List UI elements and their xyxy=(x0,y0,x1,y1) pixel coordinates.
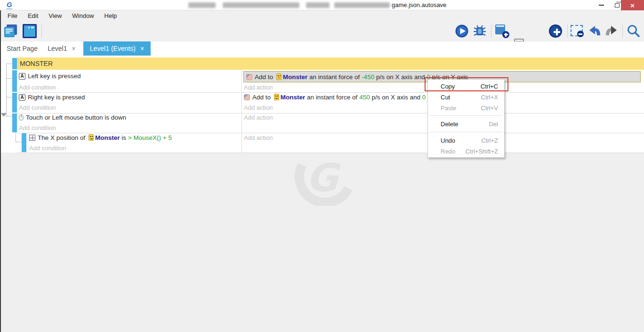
subevent-condition[interactable]: The X position of Monster is > MouseX() … xyxy=(29,134,172,141)
text-segment: Monster xyxy=(281,94,306,101)
condition[interactable]: A Left key is pressed xyxy=(19,73,81,80)
condition-action-divider xyxy=(242,70,242,153)
text-segment: p/s on X axis and xyxy=(370,94,422,101)
tree-line xyxy=(6,78,12,79)
gdevelop-window: G game.json.autosave × File Edit View Wi… xyxy=(0,0,644,332)
event-color-bar xyxy=(12,113,17,132)
toolbar-separator xyxy=(41,24,42,38)
menu-edit[interactable]: Edit xyxy=(23,11,43,20)
text-segment: p/s on X axis and xyxy=(374,73,427,81)
gdevelop-logo-icon: G xyxy=(7,0,12,9)
add-action-link[interactable]: Add action xyxy=(244,84,273,91)
mouse-icon xyxy=(19,114,24,121)
tab-level1-events[interactable]: Level1 (Events) × xyxy=(83,41,151,56)
menu-separator xyxy=(429,115,503,116)
keyboard-key-icon: A xyxy=(19,94,25,101)
menu-shortcut: Ctrl+Shift+Z xyxy=(466,148,498,155)
event-color-bar xyxy=(12,70,17,92)
tab-label: Level1 (Events) xyxy=(90,45,136,52)
gdevelop-watermark-logo: G xyxy=(288,152,359,206)
close-button[interactable]: × xyxy=(621,0,644,10)
toolbar-separator xyxy=(622,24,623,38)
title-redacted-block xyxy=(306,2,330,8)
add-condition-link[interactable]: Add condition xyxy=(19,104,56,111)
condition-text: Left key is pressed xyxy=(28,73,81,80)
group-color-bar xyxy=(12,58,17,69)
menu-window[interactable]: Window xyxy=(67,11,98,20)
text-segment: an instant force of xyxy=(307,73,362,81)
menu-item-delete[interactable]: Delete Del xyxy=(428,119,504,129)
menu-bar: File Edit View Window Help xyxy=(0,10,644,21)
text-segment: Monster xyxy=(283,73,308,81)
add-action-link[interactable]: Add action xyxy=(244,134,273,141)
tab-close-icon[interactable]: × xyxy=(72,45,76,52)
menu-item-undo[interactable]: Undo Ctrl+Z xyxy=(428,135,504,146)
text-segment: Add to xyxy=(255,73,275,81)
tab-start-page[interactable]: Start Page xyxy=(2,41,42,56)
add-condition-link[interactable]: Add condition xyxy=(19,124,56,131)
menu-item-redo[interactable]: Redo Ctrl+Shift+Z xyxy=(428,146,504,156)
title-redacted-block xyxy=(223,2,299,8)
svg-text:G: G xyxy=(306,155,341,200)
subevent-color-bar xyxy=(22,133,26,152)
tab-label: Level1 xyxy=(48,45,67,52)
debug-icon[interactable] xyxy=(473,24,487,38)
menu-shortcut: Del xyxy=(489,121,498,128)
search-icon[interactable] xyxy=(626,24,640,38)
undo-icon[interactable] xyxy=(588,24,602,38)
add-action-link[interactable]: Add action xyxy=(244,114,273,121)
force-icon xyxy=(244,94,250,100)
menu-shortcut: Ctrl+Z xyxy=(481,137,498,144)
redo-icon[interactable] xyxy=(604,24,619,38)
monster-icon xyxy=(274,94,279,100)
collapse-arrow-icon[interactable] xyxy=(1,113,7,117)
text-segment: > MouseX() + 5 xyxy=(128,134,172,141)
add-event-icon[interactable] xyxy=(495,24,509,38)
group-label: MONSTER xyxy=(20,60,53,67)
deselect-icon[interactable] xyxy=(571,25,583,36)
add-action-link[interactable]: Add action xyxy=(244,104,273,111)
menu-label: Redo xyxy=(441,148,466,155)
tab-close-icon[interactable]: × xyxy=(140,45,144,52)
window-title: game.json.autosave xyxy=(392,1,446,8)
menu-shortcut: Ctrl+V xyxy=(481,105,498,112)
condition[interactable]: Touch or Left mouse button is down xyxy=(19,114,126,121)
plus-badge xyxy=(502,31,509,38)
text-segment: an instant force of xyxy=(305,94,359,101)
tree-line xyxy=(6,97,12,97)
play-icon[interactable] xyxy=(455,24,469,38)
add-condition-link[interactable]: Add condition xyxy=(19,84,56,91)
menu-separator xyxy=(429,132,503,132)
menu-item-cut[interactable]: Cut Ctrl+X xyxy=(428,92,504,102)
restore-icon xyxy=(615,3,620,8)
add-circle-icon[interactable] xyxy=(549,24,562,38)
doc-line xyxy=(6,32,10,33)
keyboard-key-icon: A xyxy=(19,73,25,80)
title-redacted-block xyxy=(334,2,390,8)
scene-editor-icon[interactable] xyxy=(23,24,37,38)
menu-file[interactable]: File xyxy=(3,11,22,20)
doc-line xyxy=(6,31,13,32)
condition[interactable]: A Right key is pressed xyxy=(19,94,85,101)
text-segment: The X position of xyxy=(38,134,87,141)
title-redacted-block xyxy=(188,2,216,8)
window-left-border xyxy=(0,10,1,332)
menu-shortcut: Ctrl+X xyxy=(481,94,498,101)
event-group-header[interactable]: MONSTER xyxy=(17,57,644,70)
menu-view[interactable]: View xyxy=(44,11,66,20)
tab-level1[interactable]: Level1 × xyxy=(43,41,80,56)
tree-line xyxy=(6,64,12,64)
force-icon xyxy=(246,74,252,80)
minimize-button[interactable] xyxy=(594,0,608,10)
doc-line xyxy=(6,29,13,30)
toolbar xyxy=(0,21,644,41)
minus-badge xyxy=(577,31,584,37)
row-separator xyxy=(17,92,644,93)
tree-line xyxy=(16,142,22,142)
minimize-icon xyxy=(599,5,604,6)
menu-help[interactable]: Help xyxy=(100,11,122,20)
add-condition-link[interactable]: Add condition xyxy=(29,145,66,152)
start-page-icon[interactable] xyxy=(4,24,18,38)
menu-item-paste[interactable]: Paste Ctrl+V xyxy=(428,103,504,113)
position-icon xyxy=(29,135,35,141)
